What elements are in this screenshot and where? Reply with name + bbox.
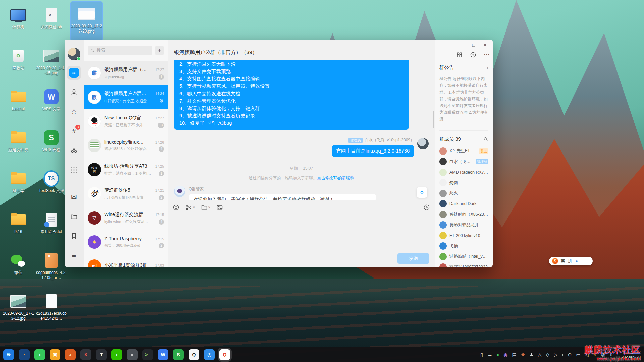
- blue-app[interactable]: ◎: [204, 349, 215, 360]
- desktop-icon[interactable]: 2023-09-20_1-14-15.png: [35, 44, 68, 84]
- user-avatar[interactable]: [68, 48, 80, 60]
- chat-list-item[interactable]: Wine运行器交流群 17:15 kylin-wine：怎么没有wi… 4: [84, 206, 168, 230]
- desktop-icon-selected[interactable]: 2023-09-20_17-27-20.png: [70, 1, 103, 41]
- chat-history-button[interactable]: [423, 204, 430, 211]
- chat-list-item[interactable]: 梦幻群侠传5 17:21 .：[动画表情][动画表情] 2: [84, 182, 168, 206]
- desktop-icon[interactable]: baishui: [2, 84, 35, 125]
- fox-browser[interactable]: ◕: [65, 349, 76, 360]
- firefox-browser[interactable]: ◔: [19, 349, 30, 360]
- desktop-icon[interactable]: 计算机: [2, 3, 35, 44]
- desktop-icon[interactable]: WPS 表格: [35, 125, 68, 166]
- member-row[interactable]: X丶先生FT200… 群主: [439, 146, 488, 157]
- nav-more-apps[interactable]: [67, 163, 81, 177]
- ime-toolbar[interactable]: S 英 拼 ✦: [549, 257, 593, 265]
- sender-avatar[interactable]: [417, 138, 429, 149]
- tray-icon[interactable]: ♟: [529, 352, 534, 357]
- member-row[interactable]: 独处时间（X86-2303）: [439, 209, 488, 220]
- tray-icon[interactable]: ▯: [480, 352, 483, 357]
- nav-menu[interactable]: ≡: [67, 248, 81, 262]
- bot-message-bubble[interactable]: 欢迎您加入我们，请阅读了解群公告，并按要求修改群昵称，谢谢！: [189, 194, 376, 200]
- nav-messages[interactable]: ••: [67, 66, 81, 80]
- tray-icon[interactable]: ◉: [503, 352, 507, 357]
- wps-spreadsheet[interactable]: S: [173, 349, 184, 360]
- chat-list-item[interactable]: 银河麒麟用户②群… 14:34 Q群管家：@小王 欢迎您…: [84, 85, 168, 109]
- desktop-icon[interactable]: 回收站: [2, 44, 35, 84]
- search-input[interactable]: 搜索: [88, 46, 152, 55]
- member-row[interactable]: AMD Radeon RX7900…: [439, 167, 488, 178]
- member-row[interactable]: FT-200 kylin v10: [439, 230, 488, 241]
- ime-settings-icon[interactable]: ✦: [575, 259, 579, 264]
- message-scrollbar[interactable]: [433, 111, 434, 128]
- tray-icon[interactable]: ●: [496, 352, 499, 357]
- terminal-app[interactable]: >_: [142, 349, 153, 360]
- desktop-icon[interactable]: WPS 文字: [35, 84, 68, 125]
- member-row[interactable]: 白水（飞腾_… 管理员: [439, 157, 488, 167]
- send-button[interactable]: 发送: [397, 253, 429, 264]
- close-button[interactable]: ×: [481, 41, 489, 49]
- nav-contacts[interactable]: [67, 85, 81, 99]
- wps-writer[interactable]: W: [158, 349, 168, 360]
- desktop-icon[interactable]: 微信: [2, 248, 35, 289]
- screenshot-button[interactable]: ˅: [185, 204, 195, 211]
- desktop-icon[interactable]: 新建文件夹: [2, 125, 35, 166]
- member-row[interactable]: Dark and Dark: [439, 199, 488, 209]
- chat-list-item[interactable]: 线报坊-活动分享A73 17:25 挂群，消息不回：1[图片]… 1: [84, 158, 168, 182]
- wechat-app[interactable]: ◖: [111, 349, 122, 360]
- member-row[interactable]: 此火: [439, 188, 488, 199]
- tray-icon[interactable]: ▷: [554, 352, 557, 357]
- nav-discover[interactable]: [67, 143, 81, 158]
- qq-classic[interactable]: Q: [189, 349, 199, 360]
- maximize-button[interactable]: □: [469, 41, 478, 49]
- emoji-button[interactable]: [173, 204, 179, 211]
- tray-icon[interactable]: ☁: [487, 352, 492, 357]
- desktop-icon[interactable]: 9.16: [2, 207, 35, 248]
- member-search-icon[interactable]: [483, 137, 488, 142]
- more-options-icon[interactable]: ⋯: [484, 52, 490, 58]
- chat-list-item[interactable]: 小米平板1资源群3群 17:03: [84, 254, 168, 267]
- message-input-area[interactable]: ˅ ˅ 发送: [168, 201, 435, 267]
- chat-list-item[interactable]: Z-Turn-Raspberry… 17:15 倾笑：360那是真dvd 2: [84, 230, 168, 254]
- linuxqq-active[interactable]: Q: [219, 349, 230, 360]
- tray-icon[interactable]: ▭: [576, 352, 581, 357]
- chat-list-item[interactable]: linuxdeploy/linux… 17:26 御坂18848：另外好像说… …: [84, 133, 168, 158]
- desktop-icon[interactable]: 常用命令.txt: [35, 207, 68, 248]
- ime-lang-indicator[interactable]: 英: [561, 258, 565, 264]
- krita-app[interactable]: K: [80, 349, 91, 360]
- member-row[interactable]: 匆匆: [439, 178, 488, 188]
- bot-avatar[interactable]: [174, 186, 185, 197]
- tray-icon[interactable]: ◎: [601, 352, 605, 357]
- tim-app[interactable]: T: [96, 349, 107, 360]
- tray-icon[interactable]: ✎: [593, 352, 597, 357]
- launcher-grid-icon[interactable]: [456, 52, 463, 58]
- ime-pinyin-indicator[interactable]: 拼: [568, 258, 572, 264]
- tray-icon[interactable]: ❖: [521, 352, 525, 357]
- tray-icon[interactable]: ⊙: [568, 352, 572, 357]
- nav-channels[interactable]: # 3: [67, 124, 81, 138]
- nav-favorites[interactable]: ☆: [67, 105, 81, 119]
- desktop-icon[interactable]: 关闭微信.sh: [35, 3, 68, 44]
- announcement-message-bubble[interactable]: 2、支持消息列表无限下滑3、支持文件免下载预览4、支持图片直接在查看器中直接编辑…: [174, 60, 409, 130]
- admin-message-bubble[interactable]: 官网上目前是linuxqq_3.2.0-16736: [332, 145, 414, 157]
- file-button[interactable]: ˅: [201, 204, 210, 211]
- edit-nickname-link[interactable]: 点击修改TA的群昵称: [317, 176, 354, 180]
- chat-list-item[interactable]: New_Linux QQ官… 17:27 天涯：已经跑了不少外… 13: [84, 109, 168, 133]
- announcement-header[interactable]: 群公告 ›: [439, 64, 488, 71]
- tray-icon[interactable]: ◗: [610, 352, 612, 357]
- member-row[interactable]: 抚琴对弈品龙井: [439, 220, 488, 231]
- group-call-icon[interactable]: [470, 52, 476, 58]
- start-menu[interactable]: ❋: [3, 349, 14, 360]
- tray-icon[interactable]: ◁: [585, 352, 589, 357]
- image-button[interactable]: [216, 204, 223, 211]
- chat-list-item[interactable]: 银河麒麟用户群（… 17:27 ☆|∞■❤■∞|[… 1: [84, 61, 168, 85]
- nav-mail[interactable]: ✉: [67, 190, 81, 204]
- tray-icon[interactable]: ▤: [512, 352, 516, 357]
- desktop-icon[interactable]: TextSeek 文搜: [35, 166, 68, 207]
- gray-app[interactable]: ●: [127, 349, 138, 360]
- tray-icon[interactable]: ›: [562, 352, 564, 357]
- desktop-icon[interactable]: 2023-09-20_17-13-12.jpg: [2, 289, 35, 330]
- taskbar-clock[interactable]: 17:27 2023/09/20: [617, 350, 641, 359]
- nav-collections[interactable]: [67, 229, 81, 243]
- add-chat-button[interactable]: +: [155, 46, 164, 55]
- desktop-icon[interactable]: 群共享: [2, 166, 35, 207]
- green-messenger[interactable]: ◖: [34, 349, 45, 360]
